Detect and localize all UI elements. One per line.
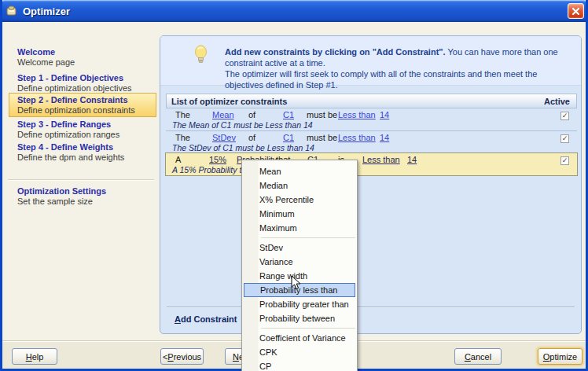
add-constraint-button[interactable]: Add Constraint bbox=[175, 314, 237, 324]
sidebar-item-step3[interactable]: Step 3 - Define Ranges Define optimizati… bbox=[17, 119, 119, 140]
sidebar-item-step2-active[interactable]: Step 2 - Define Constraints Define optim… bbox=[17, 95, 135, 116]
menu-item-median[interactable]: Median bbox=[242, 178, 357, 193]
operator-link[interactable]: Less than bbox=[362, 155, 407, 164]
checkmark-icon: ✓ bbox=[562, 135, 568, 142]
menu-item-cpk[interactable]: CPK bbox=[242, 345, 357, 359]
sidebar-item-title: Step 3 - Define Ranges bbox=[17, 119, 119, 130]
tip-section: Add new constraints by clicking on "Add … bbox=[160, 36, 581, 86]
tip-text-line2: The optimizer will first seek to comply … bbox=[225, 68, 568, 90]
list-header-title: List of optimizer constraints bbox=[171, 97, 287, 106]
checkmark-icon: ✓ bbox=[562, 157, 568, 164]
title-bar[interactable]: Optimizer bbox=[0, 0, 588, 22]
menu-item-variance[interactable]: Variance bbox=[242, 255, 357, 269]
column-link[interactable]: C1 bbox=[283, 110, 307, 119]
tip-text: Add new constraints by clicking on "Add … bbox=[225, 46, 568, 90]
previous-button[interactable]: < Previous bbox=[160, 348, 204, 365]
menu-item-minimum[interactable]: Minimum bbox=[242, 207, 357, 221]
close-icon bbox=[571, 7, 580, 16]
constraint-word: The bbox=[175, 133, 212, 142]
sidebar-item-title: Step 4 - Define Weights bbox=[17, 142, 124, 152]
help-button[interactable]: Help bbox=[12, 348, 57, 365]
menu-item-probability-greater-than[interactable]: Probability greater than bbox=[242, 297, 357, 311]
constraint-description: The StDev of C1 must be Less than 14 bbox=[166, 142, 577, 152]
statistic-link[interactable]: Mean bbox=[212, 110, 248, 119]
menu-separator bbox=[261, 237, 355, 238]
active-checkbox[interactable]: ✓ bbox=[560, 134, 569, 143]
lightbulb-icon bbox=[193, 45, 208, 67]
constraints-list-header: List of optimizer constraints Active bbox=[166, 94, 577, 108]
active-checkbox[interactable]: ✓ bbox=[560, 156, 569, 165]
constraint-word: of bbox=[248, 133, 283, 142]
sidebar-item-subtitle: Define optimization constraints bbox=[17, 105, 135, 116]
sidebar-item-title: Step 1 - Define Objectives bbox=[17, 73, 132, 83]
tip-text-bold: Add new constraints by clicking on "Add … bbox=[225, 47, 446, 57]
sidebar-item-welcome[interactable]: Welcome Welcome page bbox=[17, 47, 75, 68]
constraint-row-mean[interactable]: TheMeanofC1must beLess than14 The Mean o… bbox=[166, 108, 577, 131]
operator-link[interactable]: Less than bbox=[338, 133, 380, 142]
value-link[interactable]: 14 bbox=[407, 155, 417, 164]
statistic-link[interactable]: StDev bbox=[212, 133, 248, 142]
operator-link[interactable]: Less than bbox=[338, 110, 380, 119]
sidebar-item-subtitle: Set the sample size bbox=[17, 197, 106, 207]
menu-item-mean[interactable]: Mean bbox=[242, 164, 357, 178]
panel-separator bbox=[167, 307, 575, 308]
constraint-word: A bbox=[175, 155, 209, 164]
cancel-button[interactable]: Cancel bbox=[454, 348, 502, 365]
value-link[interactable]: 14 bbox=[380, 133, 389, 142]
sidebar-item-step1[interactable]: Step 1 - Define Objectives Define optimi… bbox=[17, 73, 132, 94]
value-link[interactable]: 14 bbox=[380, 110, 389, 119]
mouse-cursor-icon bbox=[291, 275, 301, 292]
close-button[interactable] bbox=[568, 3, 584, 19]
constraint-word: must be bbox=[307, 133, 338, 142]
constraint-row-stdev[interactable]: TheStDevofC1must beLess than14 The StDev… bbox=[166, 131, 577, 154]
statistic-context-menu: Mean Median X% Percentile Minimum Maximu… bbox=[241, 160, 358, 371]
menu-item-stdev[interactable]: StDev bbox=[242, 241, 357, 255]
constraint-word: of bbox=[248, 110, 283, 119]
active-checkbox[interactable]: ✓ bbox=[560, 112, 569, 120]
sidebar-item-title: Welcome bbox=[17, 47, 75, 57]
sidebar-item-subtitle: Define optimization ranges bbox=[17, 130, 119, 140]
menu-item-maximum[interactable]: Maximum bbox=[242, 221, 357, 235]
menu-item-probability-between[interactable]: Probability between bbox=[242, 311, 357, 325]
optimizer-window: Optimizer Welcome Welcome page Step 1 - … bbox=[0, 0, 588, 371]
optimizer-app-icon bbox=[6, 5, 18, 17]
active-column-header: Active bbox=[544, 97, 570, 106]
sidebar-item-optimization-settings[interactable]: Optimization Settings Set the sample siz… bbox=[17, 186, 106, 207]
sidebar-item-step4[interactable]: Step 4 - Define Weights Define the dpm a… bbox=[17, 142, 124, 163]
sidebar-divider bbox=[8, 179, 154, 181]
menu-item-x-percentile[interactable]: X% Percentile bbox=[242, 193, 357, 207]
optimize-button[interactable]: Optimize bbox=[538, 348, 582, 365]
constraint-description: The Mean of C1 must be Less than 14 bbox=[166, 119, 577, 130]
constraint-word: must be bbox=[307, 110, 338, 119]
constraint-description: A 15% Probability that C1 is Less than 1… bbox=[166, 164, 577, 174]
sidebar-item-title: Optimization Settings bbox=[17, 186, 106, 197]
constraint-row-probability-selected[interactable]: A15%ProbabilitythatC1isLess than14 A 15%… bbox=[165, 152, 578, 176]
menu-item-coefficient-of-variance[interactable]: Coefficient of Variance bbox=[242, 331, 357, 345]
checkmark-icon: ✓ bbox=[562, 112, 568, 119]
constraints-panel: Add new constraints by clicking on "Add … bbox=[160, 35, 582, 334]
constraint-word: The bbox=[175, 110, 212, 119]
column-link[interactable]: C1 bbox=[283, 133, 307, 142]
menu-item-cp[interactable]: CP bbox=[242, 359, 357, 371]
sidebar-item-subtitle: Welcome page bbox=[17, 57, 75, 68]
sidebar-item-title: Step 2 - Define Constraints bbox=[17, 95, 135, 105]
window-title: Optimizer bbox=[23, 6, 70, 17]
menu-separator bbox=[261, 328, 355, 329]
percent-link[interactable]: 15% bbox=[209, 155, 237, 164]
sidebar-item-subtitle: Define the dpm and weights bbox=[17, 152, 124, 163]
